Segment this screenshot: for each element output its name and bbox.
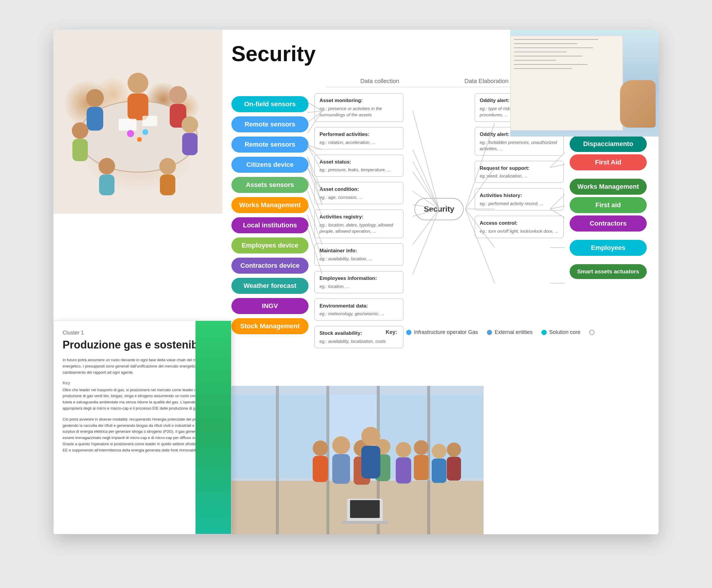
svg-point-18 bbox=[143, 129, 148, 135]
pill-remote-sensors-1[interactable]: Remote sensors bbox=[231, 117, 308, 132]
svg-rect-10 bbox=[182, 133, 198, 155]
svg-point-9 bbox=[181, 117, 198, 133]
legend-area: Key: Infrastructure operator Gas Externa… bbox=[386, 329, 597, 335]
svg-rect-42 bbox=[432, 459, 447, 483]
svg-rect-4 bbox=[87, 107, 103, 131]
svg-rect-50 bbox=[350, 500, 380, 518]
pill-assets-sensors[interactable]: Assets sensors bbox=[231, 177, 308, 193]
pill-works-management-out[interactable]: Works Management bbox=[569, 179, 647, 195]
legend-label-infra: Infrastructure operator Gas bbox=[414, 329, 478, 335]
pill-first-aid-2[interactable]: First aid bbox=[569, 197, 647, 213]
legend-label-solution: Solution core bbox=[549, 329, 580, 335]
pill-contractors-device[interactable]: Contractors device bbox=[231, 258, 308, 274]
svg-rect-46 bbox=[313, 456, 328, 482]
svg-rect-38 bbox=[396, 457, 411, 484]
svg-point-5 bbox=[169, 86, 187, 104]
svg-point-43 bbox=[447, 443, 461, 457]
svg-point-37 bbox=[396, 442, 411, 457]
svg-point-41 bbox=[432, 444, 447, 459]
svg-rect-48 bbox=[361, 446, 380, 479]
svg-point-11 bbox=[99, 158, 115, 174]
pill-citizens-device[interactable]: Citizens device bbox=[231, 157, 308, 173]
svg-point-13 bbox=[159, 158, 176, 174]
svg-rect-16 bbox=[143, 116, 157, 126]
svg-rect-8 bbox=[72, 139, 88, 161]
right-pill-group-3: Works Management First aid Contractors bbox=[569, 179, 647, 232]
svg-point-19 bbox=[137, 137, 142, 142]
col-header-collection: Data collection bbox=[326, 78, 433, 87]
svg-point-31 bbox=[332, 436, 350, 454]
legend-dot-solution bbox=[541, 330, 547, 335]
pill-weather-forecast[interactable]: Weather forecast bbox=[231, 278, 308, 294]
right-pill-group-4: Employees bbox=[569, 240, 647, 256]
legend-solution: Solution core bbox=[541, 329, 580, 335]
output-box-request-support: Request for support: eg.:need, localizat… bbox=[475, 161, 564, 183]
svg-point-17 bbox=[127, 130, 134, 137]
legend-external: External entities bbox=[487, 329, 533, 335]
svg-rect-51 bbox=[341, 521, 389, 524]
data-box-employees-info: Employees information: eg.: location, ..… bbox=[315, 271, 404, 293]
data-box-performed-activities: Performed activities: eg.: rotation, acc… bbox=[315, 127, 404, 149]
left-pills-container: On-field sensors Remote sensors Remote s… bbox=[231, 93, 308, 325]
pill-employees-device[interactable]: Employees device bbox=[231, 237, 308, 253]
svg-rect-15 bbox=[118, 119, 136, 131]
doc-green-bar bbox=[195, 321, 231, 534]
right-pill-group-5: Smart assets actuators bbox=[569, 264, 647, 279]
data-box-asset-condition: Asset condition: eg.: age, corrosion, ..… bbox=[315, 182, 404, 204]
pill-smart-assets-actuators[interactable]: Smart assets actuators bbox=[569, 264, 647, 279]
legend-dot-empty bbox=[589, 330, 595, 335]
svg-rect-22 bbox=[229, 395, 276, 478]
data-box-asset-monitoring: Asset monitoring: eg.: presence or activ… bbox=[315, 93, 404, 122]
svg-rect-32 bbox=[332, 454, 350, 484]
center-node-security: Security bbox=[414, 198, 464, 220]
svg-rect-44 bbox=[447, 457, 461, 481]
pill-on-field-sensors[interactable]: On-field sensors bbox=[231, 96, 308, 112]
svg-rect-12 bbox=[99, 174, 114, 195]
svg-point-7 bbox=[72, 122, 88, 139]
svg-point-39 bbox=[414, 440, 429, 455]
output-box-access-control: Access control: eg.: turn on/off light, … bbox=[475, 216, 564, 238]
pill-dispacciamento-2[interactable]: Dispacciamento bbox=[569, 136, 647, 152]
pill-stock-management[interactable]: Stock Management bbox=[231, 318, 308, 334]
document-overlay: Cluster 1 Produzione gas e sostenibilità… bbox=[53, 320, 231, 534]
svg-rect-27 bbox=[276, 386, 279, 534]
pill-employees[interactable]: Employees bbox=[569, 240, 647, 256]
legend-dot-infra bbox=[406, 330, 411, 335]
legend-dot-external bbox=[487, 330, 492, 335]
data-collection-boxes: Asset monitoring: eg.: presence or activ… bbox=[308, 93, 409, 325]
svg-point-47 bbox=[361, 427, 380, 446]
data-box-asset-status: Asset status: eg.: pressure, leaks, temp… bbox=[315, 155, 404, 177]
team-photo bbox=[53, 30, 222, 214]
data-box-maintainer-info: Maintainer info: eg.: availability, loca… bbox=[315, 244, 404, 266]
svg-point-45 bbox=[313, 440, 328, 456]
legend-infra-gas: Infrastructure operator Gas bbox=[406, 329, 478, 335]
data-box-environmental-data: Environmental data: eg.: meteorology, ge… bbox=[315, 299, 404, 321]
legend-empty bbox=[589, 330, 597, 335]
right-pill-group-2: Dispacciamento First Aid bbox=[569, 136, 647, 170]
center-section: Security bbox=[409, 93, 469, 325]
svg-rect-14 bbox=[160, 174, 175, 195]
data-box-activities-registry: Activities registry: eg.: location, date… bbox=[315, 210, 404, 238]
svg-point-1 bbox=[128, 73, 148, 93]
output-box-activities-history: Activities history: eg.: performed activ… bbox=[475, 188, 564, 210]
presentation-photo bbox=[510, 30, 659, 136]
svg-rect-40 bbox=[414, 455, 429, 480]
pill-first-aid-1[interactable]: First Aid bbox=[569, 154, 647, 170]
pill-local-institutions[interactable]: Local institutions bbox=[231, 217, 308, 233]
legend-key-label: Key: bbox=[386, 329, 397, 335]
workshop-photo bbox=[229, 386, 483, 534]
slide-container: Cluster 1 Produzione gas e sostenibilità… bbox=[53, 30, 659, 534]
pill-contractors[interactable]: Contractors bbox=[569, 215, 647, 232]
pill-remote-sensors-2[interactable]: Remote sensors bbox=[231, 136, 308, 152]
pill-ingv[interactable]: INGV bbox=[231, 298, 308, 314]
pill-works-management[interactable]: Works Management bbox=[231, 197, 308, 213]
svg-point-3 bbox=[86, 89, 104, 107]
legend-label-external: External entities bbox=[495, 329, 533, 335]
